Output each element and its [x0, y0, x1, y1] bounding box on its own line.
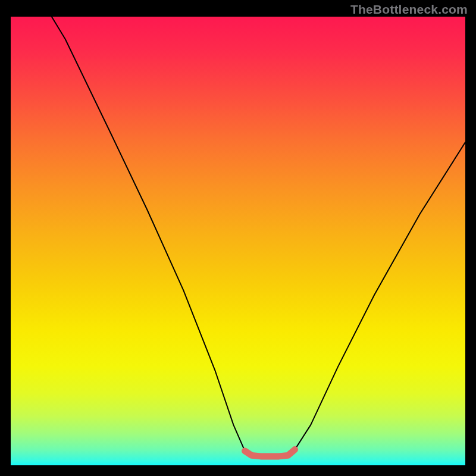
flat-region-marker — [245, 450, 295, 456]
bottleneck-curve — [52, 17, 465, 456]
plot-area — [11, 17, 465, 465]
watermark-text: TheBottleneck.com — [350, 2, 468, 17]
curve-layer — [11, 17, 465, 465]
chart-frame: TheBottleneck.com — [0, 0, 476, 476]
